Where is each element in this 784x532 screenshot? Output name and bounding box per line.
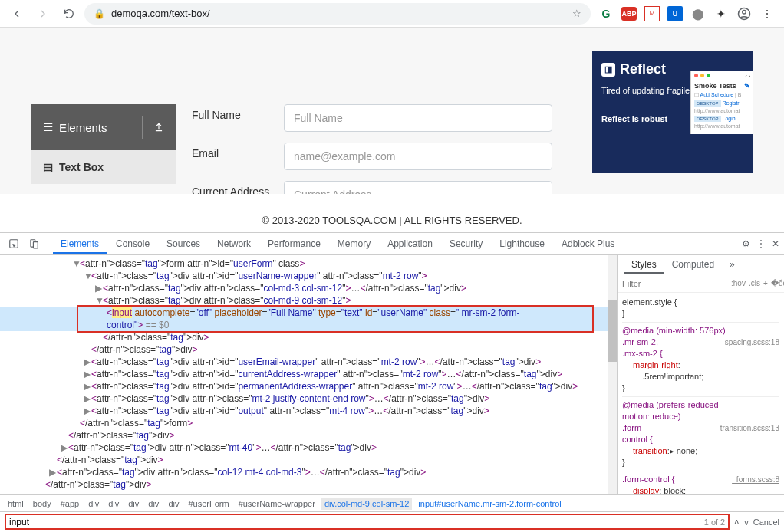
email-label: Email xyxy=(192,143,284,159)
browser-toolbar: 🔒 demoqa.com/text-box/ ☆ G ABP M U ⬤ ✦ ⋮ xyxy=(0,0,784,28)
menu-icon[interactable]: ⋮ xyxy=(759,6,775,21)
computed-tab[interactable]: Computed xyxy=(664,255,722,274)
tab-security[interactable]: Security xyxy=(442,234,490,254)
more-icon[interactable]: ⋮ xyxy=(756,238,766,249)
ad-brand: Reflect xyxy=(620,61,666,77)
tab-performance[interactable]: Performance xyxy=(260,234,328,254)
hov-toggle[interactable]: :hov xyxy=(731,279,746,287)
address-label: Current Address xyxy=(192,181,284,194)
adblock-icon[interactable]: ABP xyxy=(621,7,637,21)
tab-application[interactable]: Application xyxy=(380,234,440,254)
grammarly-icon[interactable]: G xyxy=(598,6,614,21)
ad-reflect[interactable]: ◨Reflect Tired of updating fragile test … xyxy=(592,51,753,173)
forward-button[interactable] xyxy=(32,3,54,25)
search-count: 1 of 2 xyxy=(704,517,726,527)
svg-point-1 xyxy=(743,10,746,14)
profile-icon[interactable] xyxy=(736,6,752,21)
styles-tab[interactable]: Styles xyxy=(624,255,664,274)
lock-icon: 🔒 xyxy=(94,8,105,19)
reload-button[interactable] xyxy=(58,3,80,25)
address-input[interactable]: Current Address xyxy=(284,181,552,194)
search-bar: 1 of 2 ʌ v Cancel xyxy=(0,511,784,531)
menu-icon: ☰ xyxy=(43,120,53,134)
styles-panel: Styles Computed » :hov .cls + �более ele… xyxy=(617,255,784,494)
inspect-icon[interactable] xyxy=(5,238,23,249)
form-area: Full Name Full Name Email name@example.c… xyxy=(192,51,577,194)
search-input[interactable] xyxy=(9,517,704,527)
textbox-icon: ▤ xyxy=(43,161,53,173)
email-input[interactable]: name@example.com xyxy=(284,143,552,170)
close-devtools-icon[interactable]: ✕ xyxy=(772,238,779,249)
tab-console[interactable]: Console xyxy=(108,234,157,254)
sidebar: ☰Elements ▤ Text Box xyxy=(31,51,176,194)
reflect-logo-icon: ◨ xyxy=(601,63,615,77)
tab-adblock[interactable]: Adblock Plus xyxy=(554,234,622,254)
search-cancel[interactable]: Cancel xyxy=(753,517,779,527)
record-icon[interactable]: ⬤ xyxy=(690,6,706,21)
ad-panel: ‹ › Smoke Tests✎ ☐ Add Schedule | B DESK… xyxy=(690,71,753,134)
cls-toggle[interactable]: .cls xyxy=(749,279,760,287)
extension-icons: G ABP M U ⬤ ✦ ⋮ xyxy=(595,6,778,21)
search-next-icon[interactable]: v xyxy=(744,517,749,527)
fullname-label: Full Name xyxy=(192,104,284,121)
address-bar[interactable]: 🔒 demoqa.com/text-box/ ☆ xyxy=(84,3,591,25)
styles-more-icon[interactable]: �более xyxy=(771,279,784,287)
tab-memory[interactable]: Memory xyxy=(330,234,378,254)
device-icon[interactable] xyxy=(25,238,43,249)
url-text: demoqa.com/text-box/ xyxy=(111,8,210,19)
extensions-icon[interactable]: ✦ xyxy=(713,6,729,21)
devtools-tabs: Elements Console Sources Network Perform… xyxy=(0,233,784,255)
tab-sources[interactable]: Sources xyxy=(159,234,208,254)
dom-tree[interactable]: ▼<attr-n">class="tag">form attr-n">id="u… xyxy=(0,255,617,494)
sidebar-item-textbox[interactable]: ▤ Text Box xyxy=(31,150,176,184)
mcafee-icon[interactable]: M xyxy=(644,6,660,21)
tab-elements[interactable]: Elements xyxy=(53,234,107,254)
styles-rules[interactable]: element.style {}@media (min-width: 576px… xyxy=(618,293,784,494)
page-content: ☰Elements ▤ Text Box Full Name Full Name… xyxy=(0,28,784,194)
sidebar-elements-header[interactable]: ☰Elements xyxy=(31,104,176,150)
page-footer: © 2013-2020 TOOLSQA.COM | ALL RIGHTS RES… xyxy=(0,194,784,232)
svg-rect-4 xyxy=(33,241,38,248)
settings-icon[interactable]: ⚙ xyxy=(742,238,750,249)
styles-filter-input[interactable] xyxy=(622,279,728,288)
back-button[interactable] xyxy=(6,3,28,25)
sidebar-heading: Elements xyxy=(59,121,107,134)
more-styles-tabs[interactable]: » xyxy=(722,255,743,274)
tab-lighthouse[interactable]: Lighthouse xyxy=(492,234,552,254)
devtools: Elements Console Sources Network Perform… xyxy=(0,232,784,531)
sidebar-item-label: Text Box xyxy=(59,161,104,173)
add-rule[interactable]: + xyxy=(763,279,768,287)
extension-u-icon[interactable]: U xyxy=(667,6,683,21)
dom-breadcrumb[interactable]: htmlbody#appdivdivdivdivdiv#userForm#use… xyxy=(0,494,784,511)
search-prev-icon[interactable]: ʌ xyxy=(734,517,740,527)
tab-network[interactable]: Network xyxy=(209,234,259,254)
collapse-icon[interactable] xyxy=(142,116,164,139)
fullname-input[interactable]: Full Name xyxy=(284,104,552,132)
star-icon[interactable]: ☆ xyxy=(572,8,581,19)
